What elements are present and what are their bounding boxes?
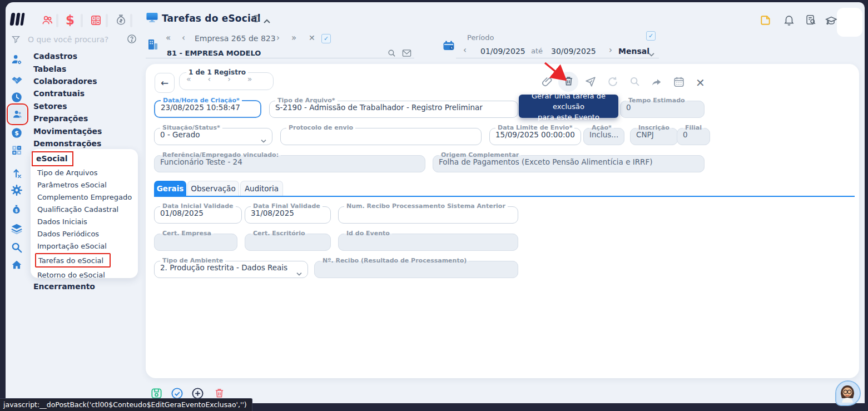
company-checkbox[interactable]: ✓ (321, 34, 331, 43)
calendar-tool-icon[interactable] (673, 76, 685, 90)
rail-gear-icon[interactable] (11, 184, 23, 199)
record-first-button[interactable]: « (186, 75, 191, 83)
rail-handshake-icon[interactable] (11, 73, 23, 88)
sidebar-item-esocial[interactable]: eSocial (36, 154, 68, 163)
sidebar-item-preparacoes[interactable]: Preparações (33, 112, 102, 125)
tab-gerais[interactable]: Gerais (154, 181, 186, 196)
rail-user-settings-icon[interactable] (11, 53, 23, 68)
training-cap-icon[interactable] (825, 14, 838, 29)
delete-event-button[interactable] (558, 72, 578, 92)
company-underline (146, 58, 414, 58)
filter-funnel-icon[interactable] (11, 34, 21, 46)
send-icon[interactable] (584, 76, 597, 90)
period-next-button[interactable]: › (609, 46, 612, 55)
back-button[interactable]: ← (155, 73, 175, 93)
period-end-date[interactable]: 30/09/2025 (551, 47, 596, 56)
refresh-icon[interactable] (607, 76, 619, 90)
submenu-qualificacao-cadastral[interactable]: Qualificação Cadastral (31, 203, 138, 215)
company-name: 81 - EMPRESA MODELO (167, 49, 261, 57)
notifications-bell-icon[interactable] (783, 14, 795, 28)
app-logo[interactable] (11, 13, 26, 26)
profile-placeholder[interactable] (837, 8, 862, 37)
moneybag-module-icon[interactable] (115, 13, 127, 28)
field-protocolo-envio[interactable]: Protocolo de envio (280, 126, 482, 145)
company-first-button[interactable]: « (166, 34, 171, 42)
rail-moneybag-icon[interactable]: $ (11, 204, 22, 217)
search-record-icon[interactable] (629, 76, 641, 90)
support-avatar[interactable] (835, 380, 861, 406)
close-record-icon[interactable]: ✕ (696, 76, 705, 90)
sidebar-item-movimentacoes[interactable]: Movimentações (33, 125, 102, 137)
app-window: $ Tarefas do eSocial O que você procura?… (6, 2, 865, 403)
monitor-icon (146, 11, 158, 26)
submenu-importacao-esocial[interactable]: Importação eSocial (31, 240, 138, 252)
submenu-tarefas-do-esocial[interactable]: Tarefas do eSocial (35, 253, 111, 268)
sidebar-item-setores[interactable]: Setores (33, 100, 102, 112)
field-cert-empresa: Cert. Empresa (154, 231, 237, 251)
chevron-down-icon[interactable] (296, 268, 302, 279)
company-last-button[interactable]: » (291, 34, 296, 42)
period-mode-select[interactable]: Mensal (618, 47, 649, 56)
rail-search-icon[interactable] (11, 241, 23, 256)
forward-icon[interactable] (650, 76, 663, 90)
submenu-retorno-do-esocial[interactable]: Retorno do eSocial (31, 269, 138, 281)
chevron-down-icon[interactable] (260, 135, 267, 146)
rail-trending-icon[interactable] (11, 167, 23, 181)
field-data-hora-criacao[interactable]: Data/Hora de Criação* 23/08/2025 10:58:4… (154, 98, 261, 118)
field-situacao-status[interactable]: Situação/Status* 0 - Gerado (154, 126, 272, 145)
collapse-chevron-icon[interactable] (263, 16, 271, 26)
people-module-icon[interactable] (41, 14, 54, 29)
submenu-parametros-esocial[interactable]: Parâmetros eSocial (31, 179, 138, 191)
period-checkbox[interactable]: ✓ (646, 31, 656, 41)
company-clear-icon[interactable]: ✕ (309, 34, 315, 42)
field-data-final-validade[interactable]: Data Final Validade 31/08/2025 (245, 204, 331, 224)
help-icon[interactable] (127, 34, 137, 46)
record-card: ← 1 de 1 Registro « ‹ › » (146, 64, 859, 378)
sidebar-item-cadastros[interactable]: Cadastros (33, 50, 102, 62)
sidebar-item-tabelas[interactable]: Tabelas (33, 62, 102, 75)
calculator-module-icon[interactable] (90, 14, 102, 29)
field-num-recibo-anterior[interactable]: Num. Recibo Processamento Sistema Anteri… (338, 204, 518, 224)
period-start-date[interactable]: 01/09/2025 (480, 47, 525, 56)
info-icon[interactable] (252, 14, 260, 25)
period-prev-button[interactable]: ‹ (463, 46, 467, 55)
rail-layers-icon[interactable] (11, 222, 23, 237)
field-data-limite-envio[interactable]: Data Limite de Envio* 15/09/2025 00:00:0… (489, 126, 581, 145)
company-next-button[interactable]: › (276, 34, 280, 42)
rail-calculator-icon[interactable] (11, 144, 23, 159)
esocial-submenu-panel: eSocial Tipo de Arquivos Parâmetros eSoc… (31, 149, 138, 278)
sidebar-item-demonstracoes[interactable]: Demonstrações (33, 137, 102, 150)
header-separator (81, 14, 83, 27)
sidebar-menu: Cadastros Tabelas Colaboradores Contratu… (33, 50, 102, 150)
company-prev-button[interactable]: ‹ (182, 34, 185, 42)
rail-people-button[interactable] (8, 105, 27, 123)
submenu-tipo-de-arquivos[interactable]: Tipo de Arquivos (31, 166, 138, 179)
global-search-input[interactable]: O que você procura? (28, 35, 108, 44)
sidebar-item-encerramento[interactable]: Encerramento (33, 280, 95, 293)
field-acao: Ação* Inclus... (583, 126, 624, 145)
period-until-label: até (531, 47, 543, 55)
header-separator (106, 14, 108, 27)
tab-auditoria[interactable]: Auditoria (240, 181, 283, 196)
record-next-button[interactable]: › (227, 75, 231, 83)
audit-search-icon[interactable] (805, 14, 817, 28)
submenu-dados-periodicos[interactable]: Dados Periódicos (31, 227, 138, 240)
field-tipo-ambiente[interactable]: Tipo de Ambiente 2. Produção restrita - … (154, 259, 308, 278)
finance-module-icon[interactable]: $ (66, 13, 75, 27)
submenu-complemento-empregado[interactable]: Complemento Empregado (31, 191, 138, 203)
tab-observacao[interactable]: Observação (187, 181, 239, 196)
sidebar-item-contratuais[interactable]: Contratuais (33, 87, 102, 100)
attach-icon[interactable] (541, 76, 553, 90)
avatar-face (836, 382, 859, 404)
record-prev-button[interactable]: ‹ (208, 75, 211, 83)
field-id-evento: Id do Evento (338, 231, 518, 251)
rail-home-icon[interactable] (11, 259, 23, 273)
field-data-inicial-validade[interactable]: Data Inicial Validade 01/08/2025 (154, 204, 242, 224)
record-pager-legend: 1 de 1 Registro (186, 70, 248, 75)
sidebar-item-colaboradores[interactable]: Colaboradores (33, 75, 102, 87)
notes-icon[interactable] (759, 14, 772, 29)
record-last-button[interactable]: » (247, 75, 252, 83)
rail-dollar-icon[interactable]: $ (11, 127, 23, 141)
submenu-dados-iniciais[interactable]: Dados Iniciais (31, 215, 138, 227)
field-tipo-arquivo[interactable]: Tipo de Arquivo* S-2190 - Admissão de Tr… (269, 98, 518, 118)
